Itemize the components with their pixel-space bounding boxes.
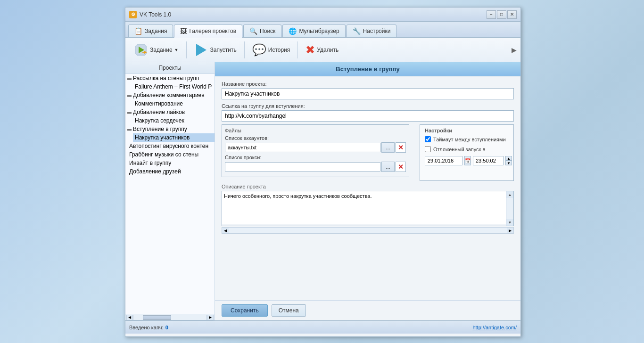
toolbar-separator-1 xyxy=(186,41,187,58)
app-icon: ⚙ xyxy=(129,11,137,18)
date-time-row: 📅 ▲ ▼ xyxy=(425,156,509,165)
accounts-input[interactable] xyxy=(225,143,380,152)
right-panel: Вступление в группу Название проекта: Сс… xyxy=(215,62,520,320)
sidebar-item-kommentirovanie[interactable]: Комментирование xyxy=(133,99,215,108)
files-settings-row: Файлы Список аккаунтов: ... ✕ Список про… xyxy=(222,124,514,181)
toolbar: Задание ▼ Запустить 💬 История ✖ Удалить … xyxy=(125,38,520,62)
accounts-browse-button[interactable]: ... xyxy=(381,142,395,153)
time-input[interactable] xyxy=(473,156,504,165)
udalit-icon: ✖ xyxy=(305,43,315,57)
proxies-input[interactable] xyxy=(225,162,380,172)
tree-toggle-rassylka: ▬ xyxy=(127,76,132,81)
time-down-button[interactable]: ▼ xyxy=(505,161,512,165)
sidebar-item-avtoposting[interactable]: Автопостинг вирусного контен xyxy=(125,142,215,150)
udalit-label: Удалить xyxy=(317,47,339,53)
scroll-right-arrow[interactable]: ▶ xyxy=(207,315,214,320)
zapustit-button[interactable]: Запустить xyxy=(190,41,241,59)
zapustit-label: Запустить xyxy=(210,47,237,53)
tab-search-icon: 🔍 xyxy=(249,27,257,35)
desc-hscroll-left[interactable]: ◀ xyxy=(222,228,229,233)
delayed-label: Отложенный запуск в xyxy=(433,147,485,152)
tab-gallery[interactable]: 🖼 Галерея проектов xyxy=(174,24,242,38)
maximize-button[interactable]: □ xyxy=(497,10,506,19)
url-input[interactable] xyxy=(222,110,514,122)
sidebar-item-vstuplenie[interactable]: ▬ Вступление в группу xyxy=(125,125,215,133)
tree-toggle-vstuplenie: ▬ xyxy=(127,127,132,131)
cancel-button[interactable]: Отмена xyxy=(272,304,306,317)
status-bar: Введено капч: 0 http://antigate.com/ xyxy=(125,320,520,334)
delayed-checkbox[interactable] xyxy=(425,146,431,152)
title-buttons: − □ ✕ xyxy=(487,10,517,19)
tab-multibrowser[interactable]: 🌐 Мультибраузер xyxy=(282,24,345,37)
tab-multibrowser-label: Мультибраузер xyxy=(299,28,339,34)
sidebar-item-rassylka-label: Рассылка на стены групп xyxy=(133,75,199,82)
desc-scroll-up[interactable]: ▲ xyxy=(506,191,513,198)
panel-header: Вступление в группу xyxy=(215,62,520,76)
date-input[interactable] xyxy=(425,156,462,165)
sidebar-item-komm-label: Добавление комментариев xyxy=(133,92,205,98)
title-bar-left: ⚙ VK Tools 1.0 xyxy=(129,11,171,18)
sidebar-item-dobavlenie-komm[interactable]: ▬ Добавление комментариев xyxy=(125,91,215,99)
sidebar-item-nakrutka-serdechek[interactable]: Накрутка сердечек xyxy=(133,116,215,125)
rassylka-children: Failure Anthem – First World P xyxy=(125,82,215,91)
time-up-button[interactable]: ▲ xyxy=(505,156,512,161)
sidebar-item-nakrutka-uchastnikov[interactable]: Накрутка участников xyxy=(133,133,215,142)
tab-zadaniya-label: Задания xyxy=(145,28,167,34)
sidebar-item-dobavlenie-laikov[interactable]: ▬ Добавление лайков xyxy=(125,108,215,116)
accounts-clear-icon: ✕ xyxy=(398,144,404,151)
status-link[interactable]: http://antigate.com/ xyxy=(472,325,517,330)
desc-hscroll-track xyxy=(229,228,507,233)
udalit-button[interactable]: ✖ Удалить xyxy=(301,41,343,58)
settings-section: Настройки Таймаут между вступлениями Отл… xyxy=(420,124,514,181)
tab-settings[interactable]: 🔧 Настройки xyxy=(347,24,397,37)
sidebar-item-dobavlenie-druzei[interactable]: Добавление друзей xyxy=(125,167,215,176)
zadanie-dropdown-icon: ▼ xyxy=(174,48,179,52)
istoriya-button[interactable]: 💬 История xyxy=(248,41,295,58)
save-button[interactable]: Сохранить xyxy=(222,304,268,317)
scroll-thumb xyxy=(143,315,171,320)
url-label: Ссылка на группу для вступления: xyxy=(222,103,514,109)
tab-search-label: Поиск xyxy=(260,28,275,34)
status-captcha-label: Введено капч: xyxy=(129,325,164,330)
tree-toggle-laikov: ▬ xyxy=(127,110,132,114)
proxies-clear-button[interactable]: ✕ xyxy=(396,162,406,172)
status-captcha-value: 0 xyxy=(165,325,168,330)
desc-scroll-down[interactable]: ▼ xyxy=(506,219,513,226)
sidebar-item-failure[interactable]: Failure Anthem – First World P xyxy=(133,82,215,91)
panel-footer: Сохранить Отмена xyxy=(215,300,520,320)
accounts-clear-button[interactable]: ✕ xyxy=(396,142,406,153)
sidebar-item-laikov-label: Добавление лайков xyxy=(133,109,185,115)
desc-hscroll-right[interactable]: ▶ xyxy=(507,228,513,233)
toolbar-separator-3 xyxy=(297,41,298,58)
sidebar-item-invite[interactable]: Инвайт в группу xyxy=(125,159,215,167)
tab-gallery-icon: 🖼 xyxy=(180,27,187,35)
minimize-button[interactable]: − xyxy=(487,10,496,19)
scroll-left-arrow[interactable]: ◀ xyxy=(126,315,133,320)
delayed-row: Отложенный запуск в xyxy=(425,146,509,152)
close-button[interactable]: ✕ xyxy=(507,10,517,19)
tab-settings-icon: 🔧 xyxy=(353,27,361,35)
project-name-input[interactable] xyxy=(222,88,514,99)
toolbar-more-arrow[interactable]: ▶ xyxy=(512,46,517,54)
timeout-label: Таймаут между вступлениями xyxy=(433,137,506,142)
sidebar: Проекты ▬ Рассылка на стены групп Failur… xyxy=(125,62,215,320)
proxies-browse-button[interactable]: ... xyxy=(381,162,395,172)
status-left: Введено капч: 0 xyxy=(129,325,168,330)
sidebar-horizontal-scroll[interactable]: ◀ ▶ xyxy=(125,314,215,320)
description-section: Описание проекта Ничего особенного, прос… xyxy=(222,184,514,234)
timeout-checkbox[interactable] xyxy=(425,136,431,142)
description-textarea[interactable]: Ничего особенного, просто накрутка участ… xyxy=(222,191,513,224)
proxies-row: ... ✕ xyxy=(225,162,406,172)
accounts-label: Список аккаунтов: xyxy=(225,135,406,141)
sidebar-item-grabbing[interactable]: Граббинг музыки со стены xyxy=(125,150,215,159)
vstuplenie-children: Накрутка участников xyxy=(125,133,215,142)
tab-zadaniya[interactable]: 📋 Задания xyxy=(128,24,173,37)
calendar-button[interactable]: 📅 xyxy=(464,156,471,165)
zadanie-button[interactable]: Задание ▼ xyxy=(129,41,183,59)
proxies-label: Список прокси: xyxy=(225,155,406,160)
sidebar-item-rassylka[interactable]: ▬ Рассылка на стены групп xyxy=(125,74,215,82)
sidebar-item-vstuplenie-label: Вступление в группу xyxy=(133,126,187,132)
desc-scroll-track xyxy=(506,198,513,219)
proxies-clear-icon: ✕ xyxy=(398,163,404,171)
tab-search[interactable]: 🔍 Поиск xyxy=(243,24,281,37)
